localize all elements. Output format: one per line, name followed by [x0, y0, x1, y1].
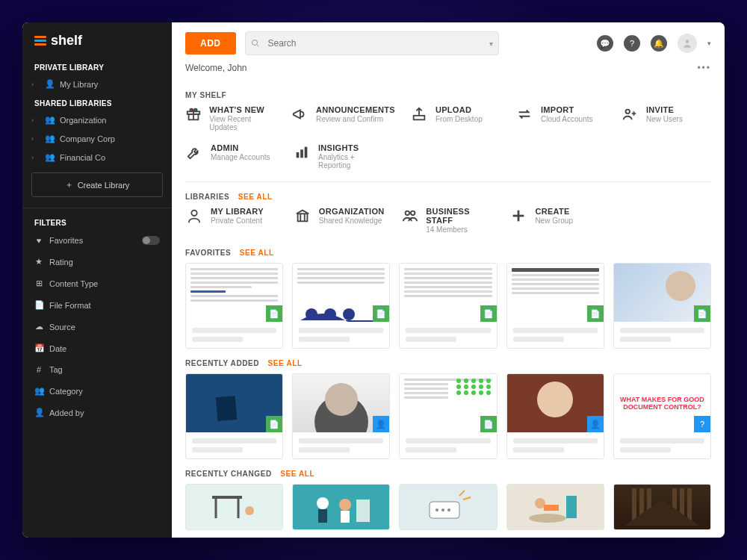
filter-source[interactable]: ☁Source [22, 316, 172, 337]
content-card[interactable]: 📄 [399, 373, 497, 459]
svg-point-6 [190, 109, 193, 112]
star-icon: ★ [34, 257, 43, 267]
bell-icon[interactable]: 🔔 [651, 35, 667, 52]
svg-point-35 [441, 508, 444, 511]
see-all-link[interactable]: SEE ALL [238, 193, 273, 201]
help-icon[interactable]: ? [624, 35, 640, 52]
grid-icon: ⊞ [34, 279, 43, 288]
filter-category[interactable]: 👥Category [22, 380, 172, 402]
content-card[interactable]: WHAT MAKES FOR GOOD DOCUMENT CONTROL?? [613, 373, 711, 459]
tile-sub: Manage Accounts [211, 153, 270, 161]
tile-sub: Cloud Accounts [541, 115, 593, 123]
svg-point-27 [245, 506, 254, 515]
content-card[interactable] [613, 484, 711, 530]
chevron-right-icon: › [31, 116, 39, 124]
content-card[interactable] [399, 484, 497, 530]
tile-whats-new[interactable]: WHAT'S NEWView Recent Updates [185, 105, 276, 131]
svg-rect-8 [414, 116, 425, 120]
thumbnail-text: WHAT MAKES FOR GOOD DOCUMENT CONTROL? [614, 393, 710, 414]
doc-badge-icon: 📄 [480, 305, 497, 322]
content-card[interactable]: 👤 [292, 373, 390, 459]
content-card[interactable] [185, 484, 283, 530]
chevron-right-icon: › [31, 81, 39, 88]
add-button[interactable]: ADD [185, 32, 236, 55]
person-badge-icon: 👤 [587, 416, 604, 432]
my-shelf-row1: WHAT'S NEWView Recent Updates ANNOUNCEME… [185, 105, 711, 136]
filter-tag[interactable]: #Tag [22, 359, 172, 380]
wrench-icon [185, 143, 203, 161]
section-favorites-title: FAVORITES [185, 249, 231, 257]
content-scroll[interactable]: Welcome, John ••• MY SHELF WHAT'S NEWVie… [172, 63, 725, 538]
sidebar-item-company-corp[interactable]: › 👥 Company Corp [22, 129, 172, 148]
tile-announcements[interactable]: ANNOUNCEMENTSReview and Confirm [291, 105, 395, 131]
svg-line-37 [459, 491, 465, 496]
tile-title: UPLOAD [436, 105, 483, 114]
filter-added-by[interactable]: 👤Added by [22, 402, 172, 423]
welcome-row: Welcome, John ••• [185, 63, 711, 81]
tile-insights[interactable]: INSIGHTSAnalytics + Reporting [294, 143, 387, 169]
content-card[interactable]: 👤 [506, 373, 604, 459]
svg-point-0 [252, 40, 257, 46]
avatar[interactable] [678, 34, 697, 53]
svg-rect-31 [341, 511, 350, 523]
section-recent-changed-head: RECENTLY CHANGED SEE ALL [185, 470, 711, 478]
lib-organization[interactable]: ORGANIZATIONShared Knowledge [294, 207, 387, 234]
person-badge-icon: 👤 [373, 416, 389, 432]
search-input[interactable] [245, 31, 499, 55]
svg-point-13 [191, 211, 196, 216]
chevron-down-icon[interactable]: ▾ [707, 40, 711, 47]
tile-admin[interactable]: ADMINManage Accounts [185, 143, 279, 169]
toggle-switch[interactable] [142, 236, 160, 245]
tile-sub: Review and Confirm [316, 115, 395, 123]
tile-title: ADMIN [211, 143, 270, 152]
doc-badge-icon: 📄 [373, 305, 389, 322]
svg-rect-12 [305, 147, 308, 158]
section-libraries-head: LIBRARIES SEE ALL [185, 193, 711, 201]
content-card[interactable]: 📄 [185, 263, 283, 349]
tile-invite[interactable]: INVITENew Users [621, 105, 711, 131]
filter-label: Rating [49, 258, 73, 267]
chevron-down-icon[interactable]: ▾ [489, 40, 493, 48]
see-all-link[interactable]: SEE ALL [268, 359, 303, 367]
category-icon: 👥 [34, 386, 43, 396]
sidebar-item-organization[interactable]: › 👥 Organization [22, 111, 172, 129]
see-all-link[interactable]: SEE ALL [280, 470, 314, 478]
tile-upload[interactable]: UPLOADFrom Desktop [410, 105, 500, 131]
filter-favorites[interactable]: ♥Favorites [22, 230, 172, 251]
calendar-icon: 📅 [34, 343, 43, 353]
content-card[interactable]: 📄 [613, 263, 711, 349]
hash-icon: # [34, 365, 43, 374]
cloud-icon: ☁ [34, 322, 43, 332]
see-all-link[interactable]: SEE ALL [240, 249, 274, 257]
filter-date[interactable]: 📅Date [22, 337, 172, 359]
libraries-row: MY LIBRARYPrivate Content ORGANIZATIONSh… [185, 207, 711, 238]
content-card[interactable] [506, 484, 604, 530]
tile-sub: Shared Knowledge [319, 217, 385, 225]
sidebar-item-my-library[interactable]: › 👤 My Library [22, 75, 172, 93]
lib-my-library[interactable]: MY LIBRARYPrivate Content [185, 207, 279, 234]
content-card[interactable]: 📄 [185, 373, 283, 459]
svg-point-9 [625, 110, 630, 114]
sidebar: shelf PRIVATE LIBRARY › 👤 My Library SHA… [22, 22, 172, 538]
tile-title: ORGANIZATION [319, 207, 385, 216]
filter-rating[interactable]: ★Rating [22, 251, 172, 273]
tile-import[interactable]: IMPORTCloud Accounts [515, 105, 606, 131]
content-card[interactable]: 📄 [506, 263, 604, 349]
content-card[interactable] [292, 484, 390, 530]
filter-content-type[interactable]: ⊞Content Type [22, 273, 172, 294]
chat-icon[interactable]: 💬 [597, 35, 613, 52]
doc-badge-icon: 📄 [480, 416, 497, 432]
doc-badge-icon: 📄 [266, 416, 282, 432]
filter-file-format[interactable]: 📄File Format [22, 294, 172, 316]
sidebar-item-financial-co[interactable]: › 👥 Financial Co [22, 148, 172, 167]
create-library-button[interactable]: ＋ Create Library [31, 172, 163, 197]
sidebar-section-shared: SHARED LIBRARIES [22, 93, 172, 111]
lib-create[interactable]: CREATENew Group [509, 207, 603, 234]
tile-sub: View Recent Updates [209, 115, 276, 131]
lib-business-staff[interactable]: BUSINESS STAFF14 Members [402, 207, 495, 234]
doc-badge-icon: 📄 [266, 305, 282, 322]
doc-badge-icon: 📄 [587, 305, 604, 322]
more-menu-icon[interactable]: ••• [697, 63, 711, 73]
content-card[interactable]: 📄 [292, 263, 390, 349]
content-card[interactable]: 📄 [399, 263, 497, 349]
